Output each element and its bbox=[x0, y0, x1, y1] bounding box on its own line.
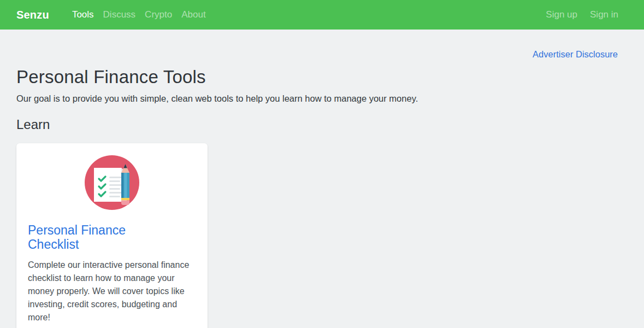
nav-item-about[interactable]: About bbox=[181, 9, 205, 20]
advertiser-disclosure-link[interactable]: Advertiser Disclosure bbox=[533, 49, 618, 59]
auth-links: Sign up Sign in bbox=[546, 9, 628, 20]
card-description: Complete our interactive personal financ… bbox=[28, 259, 196, 324]
page-title: Personal Finance Tools bbox=[16, 67, 628, 87]
card-icon-wrap bbox=[28, 154, 196, 212]
pencil-icon bbox=[121, 164, 129, 205]
page-subtitle: Our goal is to provide you with simple, … bbox=[16, 93, 628, 104]
navbar: Senzu Tools Discuss Crypto About Sign up… bbox=[0, 0, 644, 30]
section-heading-learn: Learn bbox=[16, 117, 628, 132]
nav-item-discuss[interactable]: Discuss bbox=[103, 9, 136, 20]
sign-up-link[interactable]: Sign up bbox=[546, 9, 577, 20]
nav-links: Tools Discuss Crypto About bbox=[72, 9, 206, 20]
sign-in-link[interactable]: Sign in bbox=[590, 9, 618, 20]
main-content: Advertiser Disclosure Personal Finance T… bbox=[0, 30, 644, 328]
nav-item-tools[interactable]: Tools bbox=[72, 9, 94, 20]
brand-logo[interactable]: Senzu bbox=[16, 9, 49, 21]
nav-item-crypto[interactable]: Crypto bbox=[145, 9, 172, 20]
disclosure-row: Advertiser Disclosure bbox=[16, 30, 628, 60]
card-title-link[interactable]: Personal Finance Checklist bbox=[28, 223, 153, 251]
checklist-document-pencil-icon bbox=[85, 155, 139, 210]
personal-finance-checklist-card[interactable]: Personal Finance Checklist Complete our … bbox=[16, 143, 208, 328]
